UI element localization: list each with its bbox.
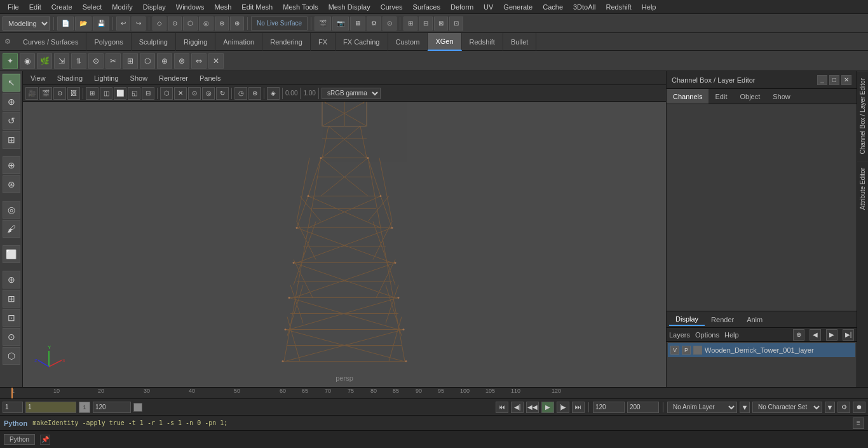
menu-item-modify[interactable]: Modify (107, 2, 137, 12)
vp-x-btn[interactable]: ✕ (174, 87, 187, 100)
vp-uvshell-btn[interactable]: ◱ (128, 87, 140, 100)
lasso-btn[interactable]: ⊙ (168, 17, 182, 31)
xgen-layer-btn[interactable]: ⬡ (140, 53, 155, 69)
tab-bullet[interactable]: Bullet (503, 33, 537, 51)
select-tool[interactable]: ↖ (3, 74, 20, 92)
ch-tab-object[interactable]: Object (733, 89, 766, 104)
vp-menu-view[interactable]: View (25, 73, 51, 83)
char-set-dropdown-btn[interactable]: ▼ (825, 402, 835, 413)
play-fwd-btn[interactable]: ▶ (541, 402, 554, 413)
select-btn[interactable]: ◇ (153, 17, 166, 31)
vp-camera-btn[interactable]: 🎥 (25, 87, 38, 100)
vp-grid-btn[interactable]: ⊞ (86, 87, 98, 100)
xgen-hair-btn[interactable]: ⥮ (71, 53, 86, 69)
ipr-btn[interactable]: 📷 (332, 17, 349, 31)
step-fwd-btn[interactable]: |▶ (557, 402, 569, 413)
layout-btn[interactable]: ⊞ (403, 17, 417, 31)
open-file-btn[interactable]: 📂 (75, 17, 92, 31)
go-start-btn[interactable]: ⏮ (496, 402, 508, 413)
tab-rendering[interactable]: Rendering (262, 33, 311, 51)
tab-sculpting[interactable]: Sculpting (132, 33, 176, 51)
vp-refresh-btn[interactable]: ↻ (216, 87, 229, 100)
menu-item-mesh-tools[interactable]: Mesh Tools (278, 2, 323, 12)
frame-current-input[interactable] (25, 402, 76, 413)
layer-prev-btn[interactable]: ◀ (810, 329, 821, 341)
timeline-ruler[interactable]: 1 10 20 30 40 50 60 65 70 75 80 85 90 95… (3, 388, 865, 399)
menu-item-3dto[interactable]: 3DtoAll (568, 2, 600, 12)
soft-select-btn[interactable]: ◎ (199, 17, 214, 31)
viewport-canvas[interactable]: X Y Z persp (23, 102, 666, 387)
save-file-btn[interactable]: 💾 (93, 17, 109, 31)
xgen-guide-btn[interactable]: ⇲ (54, 53, 69, 69)
scale-tool[interactable]: ⊞ (3, 131, 20, 149)
layer-end-btn[interactable]: ▶| (843, 329, 854, 341)
side-tab-channel[interactable]: Channel Box / Layer Editor (857, 71, 868, 161)
vp-rs-btn[interactable]: ⊙ (53, 87, 66, 100)
xgen-place-btn[interactable]: ⊛ (174, 53, 189, 69)
tab-fx-caching[interactable]: FX Caching (336, 33, 388, 51)
xgen-close-btn[interactable]: ✕ (208, 53, 224, 69)
menu-item-cache[interactable]: Cache (538, 2, 568, 12)
paint-tool[interactable]: 🖌 (3, 220, 20, 238)
anim-layer-dropdown-btn[interactable]: ▼ (740, 402, 750, 413)
panel-close-btn[interactable]: ✕ (841, 75, 851, 85)
xgen-view-btn[interactable]: ◉ (20, 53, 35, 69)
panel-maximize-btn[interactable]: □ (829, 75, 839, 85)
transform-tool[interactable]: ⊕ (3, 93, 20, 111)
rotate-tool[interactable]: ↺ (3, 112, 20, 130)
render-btn[interactable]: 🎬 (315, 17, 331, 31)
vp-isolate-btn[interactable]: ◈ (267, 87, 280, 100)
anim-layer-select[interactable]: No Anim Layer (667, 402, 737, 413)
circle-btn[interactable]: ⊙ (383, 17, 397, 31)
layers-tab-anim[interactable]: Anim (740, 314, 769, 325)
tab-animation[interactable]: Animation (215, 33, 262, 51)
menu-item-create[interactable]: Create (46, 2, 78, 12)
vp-menu-show[interactable]: Show (125, 73, 153, 83)
tab-custom[interactable]: Custom (388, 33, 428, 51)
render2-btn[interactable]: 🖥 (350, 17, 365, 31)
vp-menu-renderer[interactable]: Renderer (154, 73, 193, 83)
menu-item-curves[interactable]: Curves (376, 2, 408, 12)
vp-img-btn[interactable]: 🖼 (67, 87, 80, 100)
go-end-btn[interactable]: ⏭ (572, 402, 585, 413)
vp-render-btn[interactable]: 🎬 (39, 87, 52, 100)
menu-item-file[interactable]: File (3, 2, 24, 12)
menu-item-display[interactable]: Display (138, 2, 171, 12)
marquee-tool[interactable]: ⬜ (3, 245, 20, 263)
layout2-btn[interactable]: ⊟ (419, 17, 433, 31)
vp-menu-shading[interactable]: Shading (52, 73, 88, 83)
vp-solid-btn[interactable]: ⬜ (114, 87, 126, 100)
snap-tool[interactable]: ⊛ (3, 175, 20, 193)
pivot-tool[interactable]: ⊕ (3, 271, 20, 288)
layers-menu-btn[interactable]: Layers (669, 331, 690, 339)
panel-minimize-btn[interactable]: _ (817, 75, 827, 85)
live-surface-btn[interactable]: No Live Surface (251, 17, 308, 31)
grid-tool[interactable]: ⊞ (3, 290, 20, 308)
layer-next-btn[interactable]: ▶ (826, 329, 837, 341)
new-file-btn[interactable]: 📄 (57, 17, 74, 31)
options-btn[interactable]: ⚙ (367, 17, 381, 31)
script-editor-tab[interactable]: Python (4, 434, 35, 445)
play-back-btn[interactable]: ◀◀ (526, 402, 539, 413)
redo-btn[interactable]: ↪ (132, 17, 146, 31)
menu-item-surfaces[interactable]: Surfaces (408, 2, 445, 12)
frame-end-input[interactable] (93, 402, 131, 413)
snap2-btn[interactable]: ⊕ (230, 17, 244, 31)
layer-playback-btn[interactable]: P (682, 346, 691, 355)
menu-item-help[interactable]: Help (637, 2, 661, 12)
tab-rigging[interactable]: Rigging (176, 33, 215, 51)
frame-start-input[interactable] (3, 402, 23, 413)
layers-tab-render[interactable]: Render (705, 314, 740, 325)
layer-color-swatch[interactable] (693, 346, 702, 355)
menu-item-generate[interactable]: Generate (498, 2, 538, 12)
tab-polygons[interactable]: Polygons (86, 33, 131, 51)
ch-tab-channels[interactable]: Channels (667, 89, 709, 104)
xgen-cut-btn[interactable]: ✂ (105, 53, 121, 69)
side-tab-attr[interactable]: Attribute Editor (857, 161, 868, 216)
pin-btn[interactable]: 📌 (40, 435, 50, 445)
range-end-input[interactable] (627, 402, 659, 413)
prefs-btn[interactable]: ⚙ (837, 402, 850, 413)
brush-tool[interactable]: ◎ (3, 201, 20, 219)
menu-item-edit-mesh[interactable]: Edit Mesh (236, 2, 278, 12)
step-back-btn[interactable]: ◀| (511, 402, 524, 413)
